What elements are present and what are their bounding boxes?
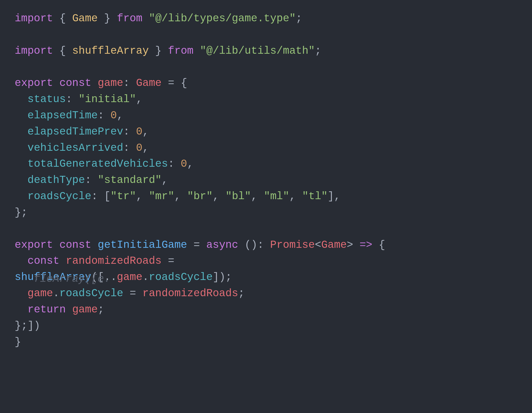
type-game: Game bbox=[321, 239, 347, 251]
brace-open: { bbox=[379, 239, 385, 251]
property-elapsedtime: elapsedTime bbox=[27, 109, 98, 122]
keyword-import: import bbox=[15, 12, 53, 25]
identifier-game: game bbox=[27, 287, 53, 299]
dot: . bbox=[53, 287, 59, 299]
equals: = bbox=[168, 77, 174, 89]
paren-open: ( bbox=[91, 271, 98, 283]
dot: . bbox=[142, 271, 149, 283]
keyword-const: const bbox=[27, 255, 59, 267]
brace-close: } bbox=[104, 12, 110, 25]
keyword-const: const bbox=[59, 77, 91, 89]
spread: .. bbox=[104, 271, 117, 283]
equals: = bbox=[168, 255, 174, 267]
property-status: status bbox=[27, 93, 66, 105]
semicolon: ; bbox=[98, 304, 104, 316]
bracket-close: ] bbox=[328, 190, 334, 202]
number-value: 0 bbox=[110, 109, 117, 122]
keyword-async: async bbox=[206, 239, 238, 251]
type-game: Game bbox=[136, 77, 162, 89]
brace-close: } bbox=[15, 206, 21, 219]
comma: , bbox=[213, 190, 219, 202]
code-line-8: elapsedTimePrev: 0, bbox=[15, 126, 149, 138]
code-line-9: vehiclesArrived: 0, bbox=[15, 142, 149, 154]
code-line-19: return game; bbox=[15, 304, 104, 316]
identifier-game: game bbox=[98, 77, 123, 89]
code-line-10: totalGeneratedVehicles: 0, bbox=[15, 158, 194, 170]
colon: : bbox=[257, 239, 264, 251]
keyword-import: import bbox=[15, 45, 53, 57]
brace-close: } bbox=[155, 45, 162, 57]
comma: , bbox=[142, 126, 149, 138]
code-line-20: };]) bbox=[15, 320, 40, 332]
keyword-from: from bbox=[117, 12, 142, 25]
keyword-from: from bbox=[168, 45, 194, 57]
string-import-path: "@/lib/types/game.type" bbox=[149, 12, 296, 25]
comma: , bbox=[174, 190, 181, 202]
code-line-12: roadsCycle: ["tr", "mr", "br", "bl", "ml… bbox=[15, 190, 340, 202]
function-getinitialgame: getInitialGame bbox=[98, 239, 187, 251]
brace-open: { bbox=[59, 45, 66, 57]
colon: : bbox=[123, 142, 129, 154]
property-roadscycle: roadsCycle bbox=[27, 190, 91, 202]
semicolon: ; bbox=[296, 12, 302, 25]
property-vehiclesarrived: vehiclesArrived bbox=[27, 142, 123, 154]
semicolon: ; bbox=[225, 271, 232, 283]
colon: : bbox=[91, 190, 98, 202]
bracket-close: ] bbox=[213, 271, 219, 283]
arrow: => bbox=[359, 239, 372, 251]
parens: () bbox=[244, 239, 257, 251]
comma: , bbox=[187, 158, 194, 170]
identifier-randomizedroads: randomizedRoads bbox=[142, 287, 238, 299]
lt: < bbox=[315, 239, 321, 251]
semicolon: ; bbox=[21, 206, 27, 219]
property-totalgeneratedvehicles: totalGeneratedVehicles bbox=[27, 158, 168, 170]
property-deathtype: deathType bbox=[27, 174, 85, 186]
keyword-export: export bbox=[15, 77, 53, 89]
keyword-export: export bbox=[15, 239, 53, 251]
comma: , bbox=[334, 190, 340, 202]
identifier-game: game bbox=[117, 271, 142, 283]
code-editor[interactable]: import { Game } from "@/lib/types/game.t… bbox=[0, 0, 532, 361]
closing-brace: } bbox=[15, 336, 21, 348]
function-shufflearray-call: shuffleArray bbox=[15, 271, 91, 283]
code-line-6: status: "initial", bbox=[15, 93, 142, 105]
comma: , bbox=[142, 142, 149, 154]
number-value: 0 bbox=[136, 142, 142, 154]
string-value: "initial" bbox=[79, 93, 136, 105]
code-line-1: import { Game } from "@/lib/types/game.t… bbox=[15, 12, 302, 25]
colon: : bbox=[66, 93, 72, 105]
comma: , bbox=[136, 190, 142, 202]
identifier-game-type: Game bbox=[72, 12, 98, 25]
identifier-shufflearray: shuffleArray bbox=[72, 45, 149, 57]
equals: = bbox=[194, 239, 200, 251]
identifier-randomizedroads: randomizedRoads bbox=[66, 255, 162, 267]
colon: : bbox=[98, 109, 104, 122]
colon: : bbox=[168, 158, 174, 170]
bracket-open: [ bbox=[98, 271, 104, 283]
string-value: "bl" bbox=[225, 190, 251, 202]
comma: , bbox=[162, 174, 168, 186]
brace-open: { bbox=[59, 12, 66, 25]
code-line-13: }; bbox=[15, 206, 27, 219]
string-value: "ml" bbox=[264, 190, 289, 202]
code-line-5: export const game: Game = { bbox=[15, 77, 187, 89]
type-promise: Promise bbox=[270, 239, 315, 251]
property-roadscycle: roadsCycle bbox=[149, 271, 213, 283]
code-line-11: deathType: "standard", bbox=[15, 174, 168, 186]
string-value: "br" bbox=[187, 190, 213, 202]
identifier-game: game bbox=[72, 304, 98, 316]
code-line-18: game.roadsCycle = randomizedRoads; bbox=[15, 287, 244, 299]
property-roadscycle: roadsCycle bbox=[59, 287, 123, 299]
bracket-open: [ bbox=[104, 190, 110, 202]
code-line-7: elapsedTime: 0, bbox=[15, 109, 123, 122]
equals: = bbox=[130, 287, 136, 299]
code-line-21: } bbox=[15, 336, 21, 348]
comma: , bbox=[289, 190, 296, 202]
code-line-15: export const getInitialGame = async (): … bbox=[15, 239, 385, 251]
property-elapsedtimeprev: elapsedTimePrev bbox=[27, 126, 123, 138]
number-value: 0 bbox=[136, 126, 142, 138]
comma: , bbox=[117, 109, 123, 122]
string-import-path: "@/lib/utils/math" bbox=[200, 45, 315, 57]
colon: : bbox=[85, 174, 91, 186]
comma: , bbox=[251, 190, 257, 202]
